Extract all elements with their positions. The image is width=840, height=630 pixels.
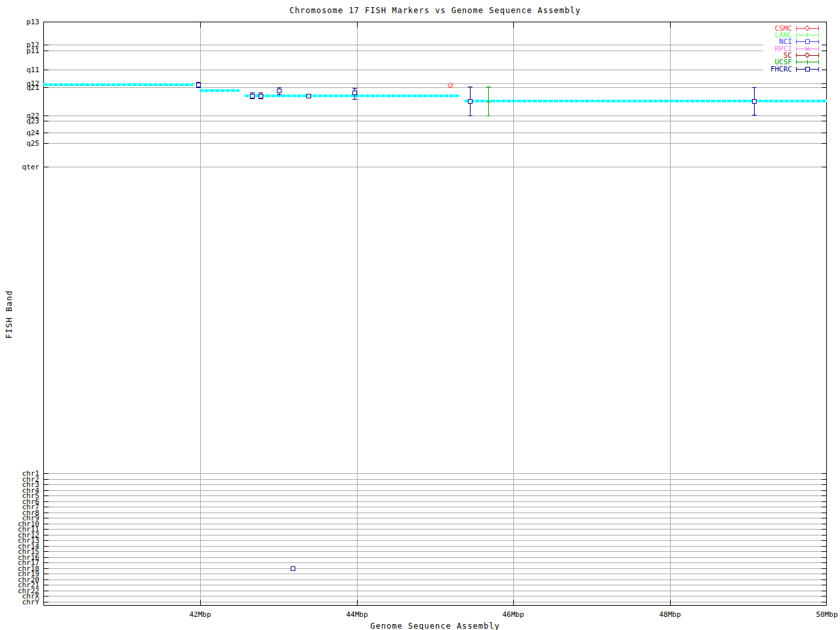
marker-ucsf-9-tick-icon (486, 102, 491, 102)
left-tick-chr12 (44, 535, 49, 536)
marker-fhcrc-2-errorbar-cap-bottom (250, 98, 255, 99)
right-tick-q12 (822, 83, 826, 84)
left-tick-chr2 (44, 479, 49, 480)
bottom-tick-46Mbp (513, 600, 514, 605)
right-tick-chr12 (822, 535, 826, 536)
left-tick-chr1 (44, 473, 49, 474)
assembly-segment-1 (43, 83, 194, 86)
legend-marker-FHCRC-square-icon (805, 67, 810, 72)
y-tick-label-p13: p13 (0, 18, 39, 26)
marker-fhcrc-1-square-icon (196, 83, 201, 87)
legend-marker-UCSF-tick-icon (807, 60, 808, 64)
y-tick-label-qter: qter (0, 163, 39, 171)
y-tick-label-p11: p11 (0, 47, 39, 54)
x-tick-label-46Mbp: 46Mbp (500, 611, 526, 618)
marker-fhcrc-10-errorbar-cap-top (752, 87, 757, 88)
left-tick-chr5 (44, 495, 49, 496)
x-tick-label-42Mbp: 42Mbp (187, 611, 213, 618)
bottom-tick-42Mbp (200, 600, 201, 605)
right-tick-q25 (822, 143, 826, 144)
left-tick-chr22 (44, 591, 49, 591)
marker-fhcrc-8-square-icon (468, 99, 472, 104)
right-tick-chr20 (822, 579, 826, 580)
legend-sample-capL-SC (796, 53, 797, 58)
marker-fhcrc-2-errorbar-cap-top (250, 93, 255, 93)
right-tick-chr8 (822, 513, 826, 513)
right-tick-p12 (822, 45, 826, 45)
legend-sample-capL-UCSF (796, 60, 797, 64)
right-tick-chr3 (822, 484, 826, 485)
legend-marker-LANL-tick-icon (807, 33, 808, 37)
left-tick-chr16 (44, 557, 49, 558)
left-tick-chr11 (44, 529, 49, 530)
marker-fhcrc-3-square-icon (259, 94, 263, 98)
x-tick-label-44Mbp: 44Mbp (344, 611, 370, 618)
assembly-segment-2 (200, 89, 240, 92)
marker-ucsf-9-errorbar-cap-top (486, 87, 491, 87)
right-tick-chr2 (822, 479, 826, 480)
right-tick-q24 (822, 133, 826, 133)
left-tick-q23 (44, 121, 49, 121)
marker-fhcrc-8-errorbar-cap-top (468, 87, 472, 87)
right-tick-q22 (822, 116, 826, 116)
right-tick-qter (822, 167, 826, 167)
left-tick-chr4 (44, 490, 49, 491)
left-tick-p13 (44, 22, 49, 22)
legend-sample-capL-RPCI (796, 47, 797, 51)
top-tick-42Mbp (200, 22, 201, 28)
x-axis-title: Genome Sequence Assembly (43, 621, 827, 630)
marker-fhcrc-4-errorbar-cap-bottom (277, 94, 282, 95)
chart-title: Chromosome 17 FISH Markers vs Genome Seq… (43, 6, 827, 15)
left-tick-chr6 (44, 501, 49, 502)
marker-fhcrc-1-errorbar-cap-bottom (196, 87, 201, 88)
right-tick-chr17 (822, 562, 826, 563)
marker-fhcrc-2-square-icon (250, 94, 255, 98)
right-tick-chrY (822, 602, 826, 602)
left-tick-chr19 (44, 574, 49, 574)
left-tick-p12 (44, 45, 49, 45)
top-tick-44Mbp (357, 22, 358, 28)
right-tick-chr18 (822, 568, 826, 569)
x-tick-label-48Mbp: 48Mbp (657, 611, 683, 618)
legend-marker-NCI-square-icon (805, 39, 810, 44)
marker-ucsf-9-errorbar (488, 87, 489, 116)
right-tick-chr21 (822, 585, 826, 585)
left-tick-chr21 (44, 585, 49, 585)
y-tick-label-q24: q24 (0, 129, 39, 136)
right-tick-chr11 (822, 529, 826, 530)
right-tick-chr9 (822, 518, 826, 518)
legend-sample-capL-NCI (796, 39, 797, 44)
right-tick-chr6 (822, 501, 826, 502)
left-tick-q24 (44, 133, 49, 133)
left-tick-chr20 (44, 579, 49, 580)
top-tick-46Mbp (513, 22, 514, 28)
marker-fhcrc-6-square-icon (352, 91, 357, 95)
right-tick-q11 (822, 70, 826, 70)
left-tick-p11 (44, 51, 49, 51)
right-tick-chr16 (822, 557, 826, 558)
legend-sample-capR-LANL (818, 33, 819, 37)
y-axis-title: FISH Band (5, 249, 14, 380)
marker-fhcrc-11-square-icon (291, 566, 295, 571)
marker-fhcrc-4-square-icon (277, 89, 282, 93)
marker-fhcrc-6-errorbar-cap-bottom (352, 99, 357, 100)
left-tick-chr10 (44, 524, 49, 524)
marker-fhcrc-10-errorbar-cap-bottom (752, 115, 757, 116)
y-tick-label-q11: q11 (0, 66, 39, 74)
right-tick-chr1 (822, 473, 826, 474)
left-tick-qter (44, 167, 49, 167)
marker-fhcrc-10-square-icon (752, 99, 757, 104)
y-tick-label-q21: q21 (0, 84, 39, 91)
legend-sample-capL-CSMC (796, 26, 797, 31)
left-tick-q25 (44, 143, 49, 144)
y-tick-label-chrY: chrY (0, 598, 39, 606)
right-tick-chr13 (822, 540, 826, 541)
legend-sample-capL-FHCRC (796, 67, 797, 72)
left-tick-chr9 (44, 518, 49, 518)
legend-sample-capL-LANL (796, 33, 797, 37)
left-tick-chr8 (44, 513, 49, 513)
legend-label-FHCRC: FHCRC (748, 66, 792, 73)
right-tick-q21 (822, 87, 826, 88)
legend-sample-capR-CSMC (818, 26, 819, 31)
y-tick-label-q25: q25 (0, 140, 39, 147)
